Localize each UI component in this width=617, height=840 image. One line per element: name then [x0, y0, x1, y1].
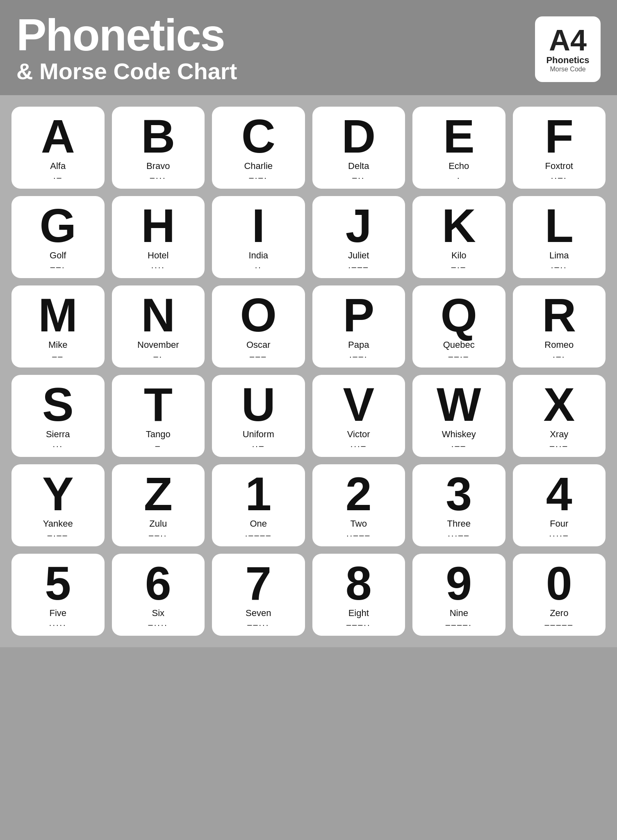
card-f: FFoxtrot··–·	[513, 107, 606, 189]
card-8: 8Eight–––··	[312, 554, 405, 636]
card-b: BBravo–···	[112, 107, 205, 189]
card-letter: 2	[346, 470, 372, 518]
card-6: 6Six–····	[112, 554, 205, 636]
card-2: 2Two··–––	[312, 464, 405, 546]
card-name: Yankee	[43, 518, 73, 529]
card-name: Nine	[450, 608, 468, 619]
card-name: Seven	[246, 608, 271, 619]
card-letter: D	[342, 113, 376, 160]
card-letter: J	[346, 202, 372, 249]
header-title: Phonetics & Morse Code Chart	[16, 12, 237, 85]
card-letter: 1	[245, 470, 271, 518]
card-morse: ··–	[252, 441, 265, 451]
card-name: India	[248, 250, 268, 261]
card-letter: V	[343, 381, 374, 428]
card-morse: –	[155, 441, 161, 451]
card-name: Romeo	[544, 340, 574, 350]
card-letter: C	[241, 113, 275, 160]
card-h: HHotel····	[112, 196, 205, 278]
card-morse: ·	[457, 173, 461, 183]
card-letter: A	[41, 113, 75, 160]
card-d: DDelta–··	[312, 107, 405, 189]
card-name: Alfa	[50, 161, 66, 171]
card-letter: X	[543, 381, 575, 428]
card-z: ZZulu––··	[112, 464, 205, 546]
header-badge: A4 Phonetics Morse Code	[535, 16, 601, 82]
card-morse: –····	[148, 620, 168, 630]
card-letter: M	[38, 292, 77, 339]
card-letter: 0	[546, 560, 572, 607]
card-i: IIndia··	[212, 196, 305, 278]
card-morse: ––·	[50, 262, 66, 272]
card-name: Delta	[348, 161, 369, 171]
card-name: Whiskey	[442, 429, 476, 440]
card-morse: ·–··	[551, 262, 567, 272]
card-morse: ····–	[549, 531, 569, 540]
card-letter: 3	[446, 470, 472, 518]
card-name: One	[250, 518, 267, 529]
badge-label1: Phonetics	[546, 55, 589, 66]
card-letter: L	[545, 202, 574, 249]
card-morse: –––	[250, 352, 267, 361]
card-morse: ·····	[49, 620, 67, 630]
card-morse: –·–	[451, 262, 467, 272]
badge-letter: A4	[549, 25, 587, 55]
card-m: MMike––	[11, 285, 105, 368]
card-morse: –···	[150, 173, 166, 183]
card-letter: F	[545, 113, 574, 160]
card-name: Golf	[50, 250, 66, 261]
card-morse: –––··	[346, 620, 371, 630]
card-name: Mike	[48, 340, 67, 350]
card-letter: 5	[45, 560, 71, 607]
card-morse: ·––	[451, 441, 467, 451]
card-letter: R	[542, 292, 576, 339]
card-name: Eight	[348, 608, 369, 619]
card-letter: P	[343, 292, 374, 339]
card-morse: –·––	[48, 531, 68, 540]
card-morse: ––––·	[446, 620, 472, 630]
card-name: Victor	[347, 429, 370, 440]
card-name: Kilo	[451, 250, 467, 261]
card-n: NNovember–·	[112, 285, 205, 368]
card-p: PPapa·––·	[312, 285, 405, 368]
card-0: 0Zero–––––	[513, 554, 606, 636]
badge-label2: Morse Code	[550, 66, 585, 73]
card-name: Six	[152, 608, 164, 619]
card-l: LLima·–··	[513, 196, 606, 278]
card-letter: N	[141, 292, 175, 339]
card-s: SSierra···	[11, 375, 105, 457]
grid-container: AAlfa·–BBravo–···CCharlie–·–·DDelta–··EE…	[0, 95, 617, 647]
card-name: Lima	[549, 250, 569, 261]
card-o: OOscar–––	[212, 285, 305, 368]
card-morse: ···–	[351, 441, 367, 451]
card-q: QQuebec––·–	[412, 285, 505, 368]
card-name: Oscar	[246, 340, 271, 350]
card-g: GGolf––·	[11, 196, 105, 278]
card-morse: ––	[52, 352, 64, 361]
card-y: YYankee–·––	[11, 464, 105, 546]
card-morse: ·–	[53, 173, 63, 183]
card-morse: ·––·	[349, 352, 368, 361]
card-morse: ····	[151, 262, 165, 272]
card-letter: I	[252, 202, 265, 249]
card-k: KKilo–·–	[412, 196, 505, 278]
main-title: Phonetics	[16, 12, 237, 57]
card-morse: ·–·	[553, 352, 565, 361]
card-r: RRomeo·–·	[513, 285, 606, 368]
card-name: Papa	[348, 340, 369, 350]
card-morse: –··–	[550, 441, 568, 451]
card-3: 3Three···––	[412, 464, 505, 546]
card-name: Zero	[550, 608, 568, 619]
card-letter: O	[240, 292, 277, 339]
card-w: WWhiskey·––	[412, 375, 505, 457]
card-name: Zulu	[149, 518, 167, 529]
card-letter: W	[437, 381, 481, 428]
card-name: Foxtrot	[545, 161, 573, 171]
card-morse: ··–·	[551, 173, 567, 183]
card-letter: K	[442, 202, 476, 249]
header: Phonetics & Morse Code Chart A4 Phonetic…	[0, 0, 617, 95]
card-letter: T	[144, 381, 173, 428]
card-1: 1One·––––	[212, 464, 305, 546]
card-u: UUniform··–	[212, 375, 305, 457]
card-morse: ··–––	[346, 531, 371, 540]
